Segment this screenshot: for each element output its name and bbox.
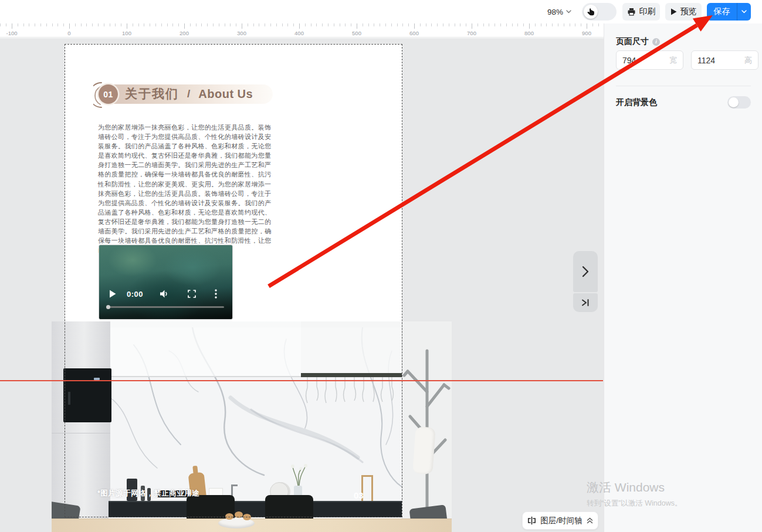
info-icon[interactable] (652, 38, 660, 46)
chevron-right-icon (582, 266, 589, 277)
chevron-down-icon (566, 10, 571, 13)
layers-icon (527, 516, 536, 525)
pastry (225, 513, 233, 520)
built-in-oven (63, 368, 111, 422)
skip-to-end-icon (581, 299, 590, 307)
kitchen-photo[interactable] (52, 321, 452, 532)
play-icon (670, 8, 677, 15)
width-value: 794 (622, 56, 669, 65)
heading-english: About Us (198, 87, 253, 101)
background-color-label: 开启背景色 (616, 97, 657, 108)
red-guide-line (0, 380, 603, 381)
pastry (235, 511, 243, 518)
photo-caption: *图片源于网络，禁止商业用途 (97, 489, 199, 499)
hand-pointer-icon (587, 8, 595, 16)
page-size-label: 页面尺寸 (616, 36, 649, 47)
zoom-level-select[interactable]: 98% (547, 5, 571, 18)
width-input[interactable]: 794 宽 (616, 50, 683, 70)
hanging-cloth (412, 426, 435, 475)
play-icon[interactable] (109, 290, 116, 298)
heading-chinese: 关于我们 (125, 86, 179, 102)
hand-tool-toggle[interactable] (582, 3, 617, 21)
section-heading[interactable]: 01 关于我们 / About Us (97, 84, 273, 104)
fullscreen-icon[interactable] (188, 290, 196, 298)
body-paragraph[interactable]: 为您的家居增添一抹亮丽色彩，让您的生活更具品质。装饰墙砖公司，专注于为您提供高品… (98, 123, 271, 255)
chevron-down-icon (741, 10, 747, 13)
next-page-button[interactable] (573, 251, 598, 292)
printer-icon (627, 8, 636, 16)
dining-chair (265, 495, 313, 520)
height-unit-label: 高 (744, 55, 752, 66)
height-input[interactable]: 1124 高 (691, 50, 758, 70)
print-button[interactable]: 印刷 (622, 3, 660, 21)
countertop (109, 501, 402, 517)
right-settings-panel: 页面尺寸 794 宽 1124 高 开启背景色 (604, 23, 762, 532)
background-color-toggle[interactable] (727, 96, 751, 109)
video-time: 0:00 (127, 290, 143, 299)
wine-glasses (303, 377, 401, 408)
upper-cabinet-right (301, 321, 402, 373)
panel-divider (616, 86, 751, 86)
layers-label: 图层/时间轴 (540, 516, 582, 526)
video-progress-bar[interactable] (107, 306, 224, 308)
last-page-button[interactable] (573, 293, 598, 312)
heading-separator: / (187, 87, 190, 100)
preview-label: 预览 (680, 6, 697, 17)
collapse-icon (587, 517, 593, 524)
more-options-icon[interactable] (215, 289, 217, 299)
page-number: 03 (354, 490, 364, 500)
save-dropdown-button[interactable] (737, 3, 751, 21)
glass-shelf (301, 373, 402, 377)
preview-button[interactable]: 预览 (665, 3, 702, 21)
section-number-badge: 01 (99, 84, 118, 104)
video-player[interactable]: 0:00 (99, 245, 233, 320)
layers-timeline-button[interactable]: 图层/时间轴 (522, 511, 598, 530)
zoom-level-value: 98% (547, 8, 563, 16)
top-toolbar: 98% 印刷 预览 保存 (0, 0, 762, 23)
page-navigation (573, 251, 598, 312)
volume-icon[interactable] (160, 290, 168, 298)
save-button-group: 保存 (707, 3, 751, 21)
upper-cabinet-left (110, 321, 301, 377)
print-label: 印刷 (639, 6, 656, 17)
save-button[interactable]: 保存 (707, 3, 737, 21)
height-value: 1124 (697, 56, 744, 65)
pastry (243, 514, 251, 520)
width-unit-label: 宽 (669, 55, 677, 66)
horizontal-ruler: -1000100200300400500600700800900 (0, 23, 604, 38)
